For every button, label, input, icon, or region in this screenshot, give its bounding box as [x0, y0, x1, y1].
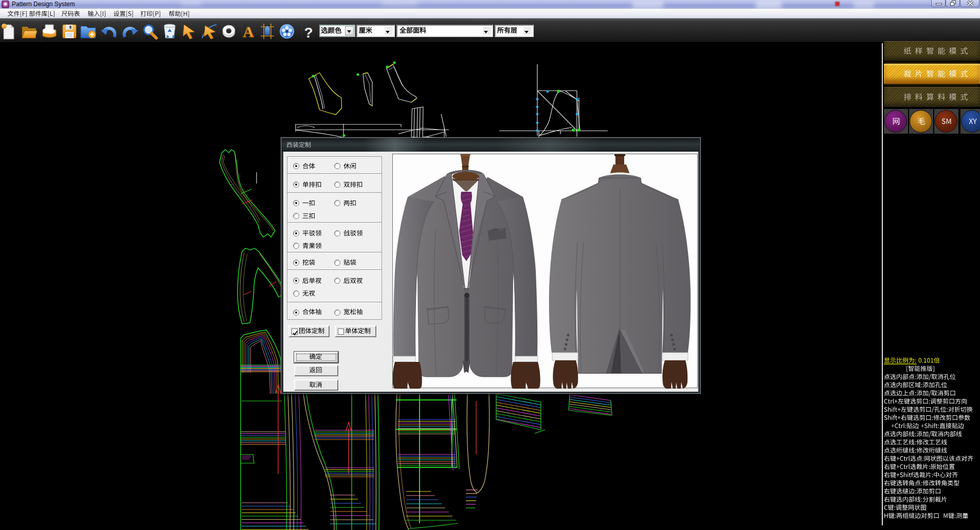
- svg-text:?: ?: [304, 25, 313, 41]
- svg-text:A: A: [243, 23, 254, 40]
